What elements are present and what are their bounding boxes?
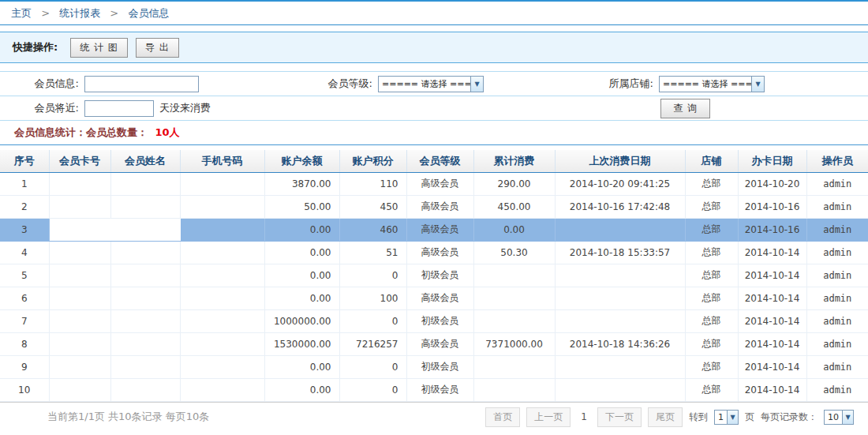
cell-total: 50.30 (473, 241, 555, 264)
cell-last (555, 378, 685, 401)
cell-name (110, 241, 180, 264)
cell-op: admin (806, 309, 868, 332)
cell-shop: 总部 (685, 264, 738, 287)
cell-phone (180, 332, 264, 355)
cell-total (473, 378, 555, 401)
current-page-number: 1 (577, 411, 591, 422)
cell-total: 290.00 (473, 172, 555, 195)
cell-phone (180, 195, 264, 218)
next-page-button[interactable]: 下一页 (597, 407, 642, 427)
table-row[interactable]: 90.000初级会员总部2014-10-14admin (0, 355, 868, 378)
cell-name (110, 378, 180, 401)
days-inactive-suffix: 天没来消费 (159, 101, 211, 115)
column-header: 账户余额 (264, 150, 339, 172)
cell-phone (180, 355, 264, 378)
pagination-bar: 当前第1/1页 共10条记录 每页10条 首页 上一页 1 下一页 尾页 转到 … (0, 402, 868, 432)
cell-level: 高级会员 (406, 195, 473, 218)
per-page-label: 每页记录数： (761, 411, 817, 424)
table-row[interactable]: 81530000.007216257高级会员7371000.002014-10-… (0, 332, 868, 355)
table-row[interactable]: 30.00460高级会员0.00总部2014-10-16admin (0, 218, 868, 241)
cell-card (49, 172, 110, 195)
cell-date: 2014-10-16 (738, 195, 806, 218)
breadcrumb: 主页 > 统计报表 > 会员信息 (0, 2, 868, 25)
cell-card (49, 332, 110, 355)
table-row[interactable]: 40.0051高级会员50.302014-10-18 15:33:57总部201… (0, 241, 868, 264)
quick-actions-bar: 快捷操作: 统 计 图 导 出 (0, 32, 868, 63)
first-page-button[interactable]: 首页 (485, 407, 520, 427)
cell-date: 2014-10-14 (738, 378, 806, 401)
cell-total (473, 264, 555, 287)
table-row[interactable]: 60.00100高级会员总部2014-10-14admin (0, 287, 868, 309)
cell-name (110, 264, 180, 287)
days-inactive-label: 会员将近: (0, 101, 79, 115)
cell-no: 7 (0, 309, 49, 332)
cell-card (49, 264, 110, 287)
cell-level: 高级会员 (406, 287, 473, 309)
days-inactive-input[interactable] (84, 100, 154, 117)
goto-page-label: 转到 (689, 411, 708, 424)
member-stats-bar: 会员信息统计：会员总数量： 10人 (0, 121, 868, 145)
cell-balance: 0.00 (264, 264, 339, 287)
table-row[interactable]: 50.000初级会员总部2014-10-14admin (0, 264, 868, 287)
breadcrumb-current: 会员信息 (128, 7, 169, 19)
table-row[interactable]: 13870.00110高级会员290.002014-10-20 09:41:25… (0, 172, 868, 195)
column-header: 会员等级 (406, 150, 473, 172)
member-info-input[interactable] (84, 76, 199, 92)
cell-op: admin (806, 172, 868, 195)
breadcrumb-home-link[interactable]: 主页 (11, 7, 32, 19)
table-body: 13870.00110高级会员290.002014-10-20 09:41:25… (0, 172, 868, 401)
cell-total (473, 309, 555, 332)
page-info: 当前第1/1页 共10条记录 每页10条 (47, 410, 209, 424)
column-header: 上次消费日期 (555, 150, 685, 172)
per-page-select-value: 10 (825, 412, 842, 422)
cell-op: admin (806, 264, 868, 287)
chevron-down-icon: ▼ (842, 411, 853, 424)
quick-actions-label: 快捷操作: (13, 40, 58, 54)
cell-last: 2014-10-16 17:42:48 (555, 195, 685, 218)
cell-date: 2014-10-14 (738, 309, 806, 332)
last-page-button[interactable]: 尾页 (648, 407, 683, 427)
table-row[interactable]: 100.000初级会员总部2014-10-14admin (0, 378, 868, 401)
cell-balance: 1000000.00 (264, 309, 339, 332)
cell-phone (180, 309, 264, 332)
cell-shop: 总部 (685, 241, 738, 264)
cell-points: 110 (339, 172, 406, 195)
cell-shop: 总部 (685, 332, 738, 355)
cell-no: 3 (0, 218, 49, 241)
shop-select[interactable]: ===== 请选择 ===== ▼ (659, 76, 765, 92)
cell-shop: 总部 (685, 218, 738, 241)
cell-phone (180, 287, 264, 309)
cell-points: 51 (339, 241, 406, 264)
export-button[interactable]: 导 出 (136, 38, 179, 58)
cell-no: 5 (0, 264, 49, 287)
column-header: 会员卡号 (49, 150, 110, 172)
member-level-select[interactable]: ===== 请选择 ===== ▼ (378, 76, 484, 92)
goto-page-select[interactable]: 1 ▼ (714, 410, 739, 425)
cell-op: admin (806, 332, 868, 355)
chevron-down-icon: ▼ (751, 77, 764, 92)
cell-phone (180, 378, 264, 401)
cell-date: 2014-10-16 (738, 218, 806, 241)
table-row[interactable]: 250.00450高级会员450.002014-10-16 17:42:48总部… (0, 195, 868, 218)
cell-no: 2 (0, 195, 49, 218)
per-page-select[interactable]: 10 ▼ (824, 410, 854, 425)
breadcrumb-reports-link[interactable]: 统计报表 (59, 7, 100, 19)
cell-last (555, 309, 685, 332)
column-header: 账户积分 (339, 150, 406, 172)
table-row[interactable]: 71000000.000初级会员总部2014-10-14admin (0, 309, 868, 332)
column-header: 会员姓名 (110, 150, 180, 172)
cell-phone (180, 264, 264, 287)
cell-total: 7371000.00 (473, 332, 555, 355)
cell-level: 初级会员 (406, 355, 473, 378)
cell-op: admin (806, 195, 868, 218)
cell-name (110, 195, 180, 218)
member-info-label: 会员信息: (0, 77, 79, 91)
cell-no: 8 (0, 332, 49, 355)
query-button[interactable]: 查 询 (660, 99, 710, 118)
cell-level: 高级会员 (406, 332, 473, 355)
statistics-chart-button[interactable]: 统 计 图 (70, 38, 128, 58)
chevron-down-icon: ▼ (727, 411, 738, 424)
cell-last (555, 287, 685, 309)
prev-page-button[interactable]: 上一页 (526, 407, 571, 427)
cell-points: 460 (339, 218, 406, 241)
